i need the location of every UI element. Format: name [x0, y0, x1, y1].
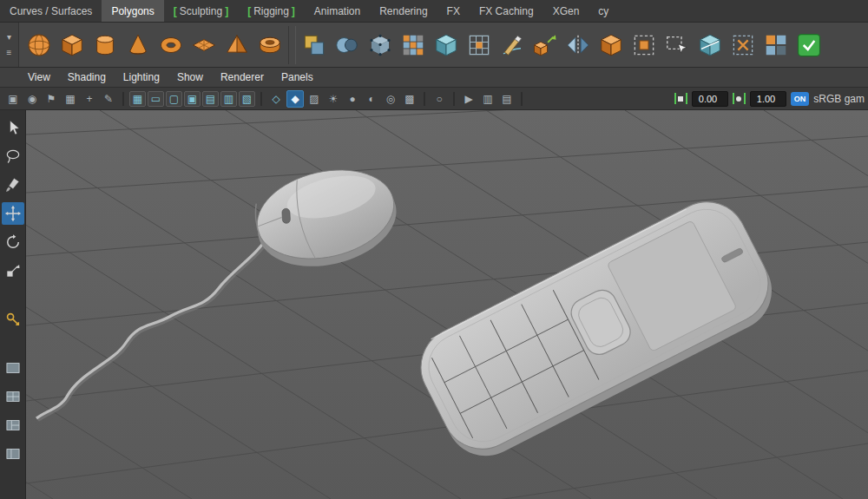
layout-two-pane[interactable]: [2, 443, 24, 465]
shelf-tab[interactable]: Rendering: [370, 0, 437, 22]
scale-tool[interactable]: [2, 259, 24, 282]
paint-selection-tool[interactable]: [2, 174, 24, 196]
wireframe-mode-icon[interactable]: ◇: [267, 90, 285, 108]
toolbar-separator[interactable]: [424, 92, 425, 106]
shelf-tab-bar: Curves / Surfaces Polygons [ Sculpting ]…: [0, 0, 868, 23]
camera-attributes-icon[interactable]: ◉: [23, 90, 41, 108]
select-camera-icon[interactable]: ▣: [4, 90, 22, 108]
poly-torus-icon[interactable]: [155, 26, 187, 64]
gate-mask-icon[interactable]: ▣: [184, 91, 201, 107]
isolate-select-icon[interactable]: ○: [431, 90, 448, 108]
panel-menu[interactable]: Lighting: [115, 71, 168, 83]
panel-menu[interactable]: Renderer: [212, 71, 273, 83]
shelf-overflow-icon[interactable]: [792, 26, 825, 64]
poly-pipe-icon[interactable]: [253, 26, 286, 64]
shelf-tab[interactable]: FX: [437, 0, 470, 22]
panel-toolbar: ▣ ◉ ⚑ ▦ + ✎: [0, 88, 868, 110]
gamma-field[interactable]: 1.00: [750, 91, 786, 107]
extrude-icon[interactable]: [529, 26, 562, 64]
image-plane-icon[interactable]: ▦: [62, 90, 79, 108]
bookmark-icon[interactable]: ⚑: [43, 90, 60, 108]
pane-split-icon[interactable]: ▤: [498, 90, 516, 108]
mirror-icon[interactable]: [562, 26, 595, 64]
exposure-icon[interactable]: [674, 93, 687, 104]
viewport[interactable]: [26, 110, 868, 499]
shelf-tab[interactable]: Polygons: [102, 0, 163, 22]
safe-title-icon[interactable]: ▧: [239, 91, 255, 107]
shelf-separator[interactable]: [288, 26, 296, 64]
panel-menu[interactable]: Shading: [59, 71, 115, 83]
field-chart-icon[interactable]: ▤: [202, 91, 219, 107]
toolbar-separator[interactable]: [521, 92, 523, 106]
view-transform-label[interactable]: sRGB gam: [813, 93, 865, 105]
shelf-options-icon[interactable]: ≡: [3, 47, 16, 59]
shelf-tab[interactable]: Animation: [305, 0, 370, 22]
shaded-mode-icon[interactable]: ◆: [286, 90, 304, 108]
shelf-tab[interactable]: Curves / Surfaces: [0, 0, 102, 22]
poly-pyramid-icon[interactable]: [220, 26, 253, 64]
multi-component-icon[interactable]: [397, 26, 430, 64]
smooth-icon[interactable]: [430, 26, 463, 64]
shelf-tab-label: FX Caching: [479, 5, 534, 17]
grease-pencil-icon[interactable]: ✎: [100, 90, 117, 108]
shelf-tab[interactable]: XGen: [543, 0, 589, 22]
bevel-icon[interactable]: [595, 26, 628, 64]
panel-menu[interactable]: Panels: [273, 71, 322, 83]
shelf-tab[interactable]: cy: [589, 0, 618, 22]
panel-menu[interactable]: View: [19, 71, 59, 83]
anti-alias-icon[interactable]: ▩: [401, 90, 418, 108]
gamma-icon[interactable]: [733, 93, 746, 104]
toolbox: [0, 110, 26, 499]
poly-sphere-icon[interactable]: [23, 26, 56, 64]
safe-action-icon[interactable]: ▥: [220, 91, 237, 107]
select-tool[interactable]: [2, 116, 24, 139]
shelf-tab[interactable]: [ Sculpting ]: [164, 0, 238, 22]
shelf-tabs-menu-icon[interactable]: ▾: [3, 31, 16, 43]
boolean-icon[interactable]: [331, 26, 364, 64]
view-transform-toggle[interactable]: ON: [791, 92, 810, 106]
lasso-tool[interactable]: [2, 145, 24, 167]
quad-draw-icon[interactable]: [628, 26, 661, 64]
target-weld-icon[interactable]: [364, 26, 397, 64]
exposure-field[interactable]: 0.00: [692, 91, 728, 107]
poly-cylinder-icon[interactable]: [89, 26, 122, 64]
shelf-tab-label: Animation: [314, 5, 360, 17]
multi-cut-icon[interactable]: [496, 26, 529, 64]
marquee-select-icon[interactable]: [661, 26, 694, 64]
layout-three-pane[interactable]: [2, 414, 24, 437]
toolbar-separator[interactable]: [122, 92, 124, 106]
shelf-tab-label: Rigging: [253, 5, 289, 17]
delete-component-icon[interactable]: [727, 26, 760, 64]
grid-toggle-icon[interactable]: ▦: [129, 91, 146, 107]
add-divisions-icon[interactable]: [463, 26, 496, 64]
move-tool[interactable]: [2, 202, 24, 225]
cursor-icon[interactable]: ▶: [460, 90, 477, 108]
last-tool-key[interactable]: [2, 308, 24, 331]
edge-flow-icon[interactable]: [694, 26, 727, 64]
uv-layout-icon[interactable]: [760, 26, 792, 64]
pane-layout-icon[interactable]: ▥: [479, 90, 496, 108]
textured-mode-icon[interactable]: ▨: [306, 90, 323, 108]
shelf-tab[interactable]: FX Caching: [470, 0, 543, 22]
ambient-occlusion-icon[interactable]: ◐: [363, 90, 380, 108]
motion-blur-icon[interactable]: ◎: [382, 90, 399, 108]
poly-plane-icon[interactable]: [187, 26, 220, 64]
tab-bracket-open: [: [174, 5, 177, 17]
layout-four-pane[interactable]: [2, 385, 24, 408]
combine-icon[interactable]: [298, 26, 331, 64]
toolbar-separator[interactable]: [453, 92, 455, 106]
poly-cube-icon[interactable]: [56, 26, 89, 64]
resolution-gate-icon[interactable]: ▢: [166, 91, 182, 107]
pan-zoom-icon[interactable]: +: [81, 90, 98, 108]
panel-menu[interactable]: Show: [168, 71, 212, 83]
poly-cone-icon[interactable]: [122, 26, 155, 64]
shelf-icons: [19, 23, 825, 67]
film-gate-icon[interactable]: ▭: [148, 91, 164, 107]
shelf-tab[interactable]: [ Rigging ]: [238, 0, 305, 22]
shadows-icon[interactable]: ●: [344, 90, 361, 108]
shelf-tab-label: XGen: [553, 5, 580, 17]
rotate-tool[interactable]: [2, 231, 24, 253]
toolbar-separator[interactable]: [260, 92, 262, 106]
layout-single-pane[interactable]: [2, 357, 24, 379]
use-all-lights-icon[interactable]: ☀: [325, 90, 342, 108]
